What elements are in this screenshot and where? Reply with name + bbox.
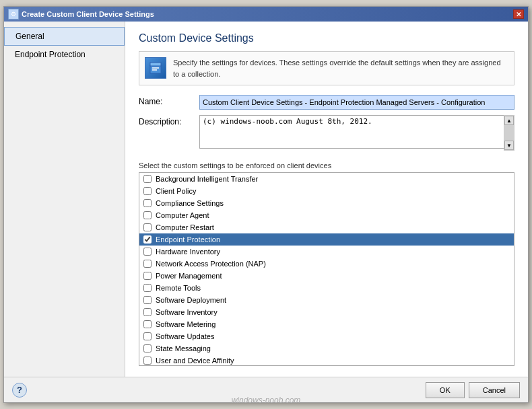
list-item[interactable]: Hardware Inventory [139,246,514,258]
checkbox-label-state-messaging: State Messaging [156,344,211,352]
checkbox-remote-tools[interactable] [143,284,152,292]
svg-rect-0 [150,65,161,73]
checkbox-client-policy[interactable] [143,187,152,195]
list-item[interactable]: Power Management [139,270,514,282]
list-item[interactable]: Background Intelligent Transfer [139,173,514,185]
checkbox-label-compliance: Compliance Settings [156,199,224,207]
footer-left: ? [12,383,27,398]
checkbox-label-remote-tools: Remote Tools [156,284,201,292]
scroll-up-arrow[interactable]: ▲ [504,116,514,125]
checkbox-label-nap: Network Access Protection (NAP) [156,260,266,268]
sidebar-item-endpoint-label: Endpoint Protection [15,50,86,59]
description-scrollbar[interactable]: ▲ ▼ [504,115,514,151]
checkbox-computer-restart[interactable] [143,223,152,231]
list-item[interactable]: User and Device Affinity [139,355,514,366]
checkbox-hardware-inventory[interactable] [143,248,152,256]
checkbox-bit[interactable] [143,175,152,183]
checkbox-user-device-affinity[interactable] [143,357,152,365]
checkbox-compliance[interactable] [143,199,152,207]
help-button[interactable]: ? [12,383,27,398]
checkbox-label-computer-agent: Computer Agent [156,211,209,219]
svg-rect-1 [150,63,161,66]
list-item[interactable]: Computer Agent [139,209,514,221]
content-area: General Endpoint Protection Custom Devic… [4,22,528,377]
list-item[interactable]: Remote Tools [139,282,514,294]
close-button[interactable]: ✕ [513,9,524,19]
list-item[interactable]: Network Access Protection (NAP) [139,258,514,270]
checkbox-software-updates[interactable] [143,332,152,340]
checkbox-label-power-management: Power Management [156,272,222,280]
checkbox-software-inventory[interactable] [143,308,152,316]
info-box: Specify the settings for devices. These … [139,51,514,85]
ok-button[interactable]: OK [426,382,465,398]
title-bar: ⚙ Create Custom Client Device Settings ✕ [4,7,528,22]
list-item[interactable]: Endpoint Protection [139,233,514,246]
list-item[interactable]: Client Policy [139,185,514,197]
list-item[interactable]: Software Inventory [139,306,514,318]
info-text: Specify the settings for devices. These … [173,57,508,79]
description-label: Description: [139,115,199,126]
watermark: windows-noob.com [232,396,301,405]
checkbox-label-software-inventory: Software Inventory [156,308,218,316]
checkbox-label-computer-restart: Computer Restart [156,223,214,231]
checkbox-label-software-updates: Software Updates [156,332,214,340]
list-item[interactable]: Software Deployment [139,294,514,306]
description-row: Description: (c) windows-noob.com August… [139,115,514,151]
checkbox-label-client-policy: Client Policy [156,187,197,195]
checkbox-label-hardware-inventory: Hardware Inventory [156,248,220,256]
description-textarea[interactable]: (c) windows-noob.com August 8th, 2012. [199,115,514,149]
checkbox-software-metering[interactable] [143,320,152,328]
name-input[interactable] [199,95,514,110]
window-title: Create Custom Client Device Settings [22,10,154,18]
footer-right: OK Cancel [426,382,520,398]
sidebar-item-endpoint-protection[interactable]: Endpoint Protection [4,46,125,63]
checkbox-endpoint-protection[interactable] [143,235,152,244]
main-window: ⚙ Create Custom Client Device Settings ✕… [3,6,529,403]
list-item[interactable]: Software Metering [139,318,514,330]
window-icon: ⚙ [8,9,19,20]
checkbox-label-software-metering: Software Metering [156,320,215,328]
checkbox-nap[interactable] [143,260,152,268]
scroll-track [504,125,514,141]
list-item[interactable]: Computer Restart [139,221,514,233]
checkbox-list: Background Intelligent TransferClient Po… [139,172,514,366]
info-icon [145,57,166,79]
list-item[interactable]: State Messaging [139,342,514,355]
name-label: Name: [139,95,199,106]
checkbox-software-deployment[interactable] [143,296,152,304]
checkbox-state-messaging[interactable] [143,344,152,352]
sidebar: General Endpoint Protection [4,22,125,377]
scroll-down-arrow[interactable]: ▼ [504,141,514,150]
main-panel: Custom Device Settings Specify the setti… [125,22,528,377]
checkbox-computer-agent[interactable] [143,211,152,219]
checkbox-label-software-deployment: Software Deployment [156,296,226,304]
cancel-button[interactable]: Cancel [469,382,520,398]
list-item[interactable]: Compliance Settings [139,197,514,209]
sidebar-item-general[interactable]: General [4,27,125,46]
list-item[interactable]: Software Updates [139,330,514,342]
checkbox-label-endpoint-protection: Endpoint Protection [156,235,220,244]
sidebar-item-general-label: General [15,32,44,41]
page-title: Custom Device Settings [139,32,514,44]
description-wrapper: (c) windows-noob.com August 8th, 2012. ▲… [199,115,514,151]
title-bar-left: ⚙ Create Custom Client Device Settings [8,9,154,20]
section-label: Select the custom settings to be enforce… [139,161,514,170]
checkbox-label-user-device-affinity: User and Device Affinity [156,357,234,365]
name-row: Name: [139,95,514,110]
checkbox-power-management[interactable] [143,272,152,280]
checkbox-label-bit: Background Intelligent Transfer [156,175,258,183]
